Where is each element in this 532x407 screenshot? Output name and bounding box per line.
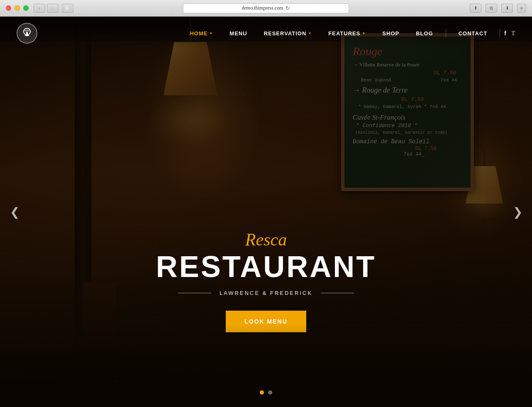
nav-item-features[interactable]: FEATURES ▼ (320, 30, 374, 37)
downloads-icon: ⬇ (505, 5, 509, 11)
subtitle-line-right (321, 293, 354, 293)
slider-next-button[interactable]: ❯ (509, 204, 526, 220)
slider-dots (260, 390, 272, 395)
forward-button[interactable]: › (47, 4, 59, 13)
forward-icon: › (52, 5, 54, 12)
bottom-fade (0, 324, 532, 407)
nav-label-menu: MENU (229, 30, 247, 37)
url-text: demo.thimpress.com (242, 5, 283, 11)
nav-links: HOME ▼ MENU RESERVATION ▼ FEATURES ▼ SHO… (181, 29, 524, 37)
facebook-icon[interactable]: f (504, 30, 506, 37)
nav-item-home[interactable]: HOME ▼ (181, 30, 221, 37)
hero-main-title: RESTAURANT (142, 252, 390, 282)
nav-label-shop: SHOP (382, 30, 399, 37)
svg-rect-1 (26, 32, 28, 35)
maximize-window-button[interactable] (23, 5, 29, 11)
minimize-window-button[interactable] (15, 5, 20, 11)
share-icon: ⬆ (474, 5, 478, 11)
add-icon: + (520, 5, 523, 12)
prev-arrow-icon: ❮ (10, 205, 20, 219)
slider-dot-2[interactable] (268, 390, 272, 395)
browser-nav-buttons: ‹ › (34, 4, 59, 13)
share-button[interactable]: ⬆ (470, 4, 481, 13)
close-window-button[interactable] (6, 5, 11, 11)
nav-item-contact[interactable]: CONTACT (450, 30, 496, 37)
back-button[interactable]: ‹ (34, 4, 45, 13)
back-icon: ‹ (39, 5, 41, 12)
new-tab-button[interactable]: ⧉ (486, 4, 497, 13)
nav-divider-2 (500, 29, 500, 37)
nav-item-reservation[interactable]: RESERVATION ▼ (256, 30, 320, 37)
nav-item-shop[interactable]: SHOP (374, 30, 408, 37)
hero-content: Resca RESTAURANT LAWRENCE & FREDERICK LO… (142, 230, 390, 332)
browser-right-icons: ⬆ ⧉ ⬇ + (470, 4, 526, 13)
nav-label-features: FEATURES (328, 30, 360, 37)
address-bar[interactable]: demo.thimpress.com ↻ (183, 3, 349, 13)
nav-label-blog: BLOG (416, 30, 433, 37)
browser-chrome: ‹ › ⬜ demo.thimpress.com ↻ ⬆ ⧉ ⬇ + (0, 0, 532, 17)
hero-subtitle-text: LAWRENCE & FREDERICK (220, 290, 312, 296)
reload-icon[interactable]: ↻ (286, 5, 290, 12)
nav-social-links: f 𝕋 (504, 30, 515, 37)
navigation: HOME ▼ MENU RESERVATION ▼ FEATURES ▼ SHO… (0, 17, 532, 50)
hero-subtitle-row: LAWRENCE & FREDERICK (142, 290, 390, 296)
nav-divider (446, 29, 446, 37)
downloads-button[interactable]: ⬇ (501, 4, 513, 13)
next-arrow-icon: ❯ (513, 205, 522, 219)
nav-label-reservation: RESERVATION (264, 30, 307, 37)
new-tab-icon: ⧉ (490, 5, 493, 11)
hero-script-title: Resca (142, 230, 390, 250)
mac-window-buttons (6, 5, 29, 11)
add-button[interactable]: + (517, 4, 526, 13)
nav-arrow-features: ▼ (362, 32, 366, 35)
hero-section: Rouge → Villette Reserve de la Poure DL … (0, 17, 532, 407)
site-logo[interactable] (17, 23, 37, 44)
nav-arrow-reservation: ▼ (308, 32, 312, 35)
nav-item-menu[interactable]: MENU (221, 30, 255, 37)
logo-icon (21, 27, 33, 39)
slider-dot-1[interactable] (260, 390, 264, 395)
svg-point-2 (25, 34, 29, 36)
slider-prev-button[interactable]: ❮ (6, 204, 23, 220)
nav-label-home: HOME (190, 30, 207, 37)
nav-item-blog[interactable]: BLOG (408, 30, 442, 37)
subtitle-line-left (178, 293, 211, 293)
twitter-icon[interactable]: 𝕋 (511, 30, 515, 37)
nav-label-contact: CONTACT (459, 30, 488, 37)
tab-layout-button[interactable]: ⬜ (62, 4, 73, 13)
tab-layout-icon: ⬜ (65, 6, 70, 10)
nav-arrow-home: ▼ (209, 32, 213, 35)
